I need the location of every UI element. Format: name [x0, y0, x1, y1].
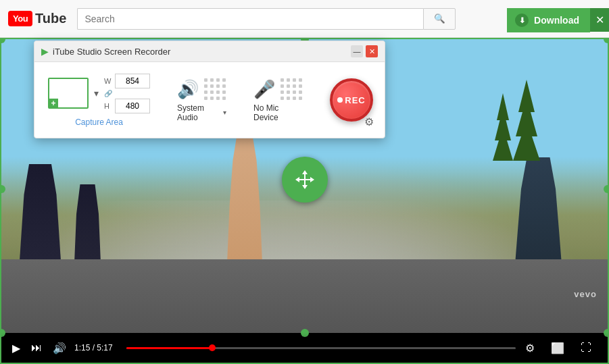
progress-dot [209, 344, 216, 351]
topbar: You Tube 🔍 ⬇ Download ✕ [0, 0, 609, 38]
mic-dot [281, 90, 284, 94]
mic-dot [287, 78, 290, 82]
capture-dropdown[interactable]: ▾ [94, 88, 99, 99]
right-controls: ⚙ ⬜ ⛶ [522, 339, 600, 357]
audio-dot [210, 84, 214, 88]
system-audio-label: System Audio [177, 103, 220, 122]
recorder-title: ▶ iTube Studio Screen Recorder [41, 46, 170, 57]
mic-label: No Mic Device [253, 103, 303, 122]
download-button-container: ⬇ Download ✕ [507, 8, 609, 32]
vevo-watermark: vevo [574, 289, 597, 299]
recorder-titlebar: ▶ iTube Studio Screen Recorder — ✕ [34, 41, 385, 62]
mic-dot [281, 84, 284, 88]
audio-dot [216, 97, 220, 100]
play-button[interactable]: ▶ [9, 339, 23, 357]
mic-dot [299, 78, 302, 82]
audio-dot [210, 90, 214, 94]
settings-gear-icon[interactable]: ⚙ [364, 116, 374, 128]
mic-dot [287, 97, 290, 100]
video-time: 1:15 / 5:17 [74, 343, 113, 353]
theater-icon: ⬜ [551, 342, 564, 354]
progress-fill [126, 347, 212, 349]
capture-area-label[interactable]: Capture Area [75, 118, 123, 127]
volume-icon: 🔊 [53, 342, 66, 354]
audio-dot [210, 78, 214, 82]
close-button[interactable]: ✕ [366, 45, 378, 57]
audio-level-dots [204, 78, 226, 101]
next-button[interactable]: ⏭ [28, 339, 45, 357]
mic-dot [293, 84, 296, 88]
rec-dot [337, 97, 343, 103]
width-input[interactable] [115, 74, 150, 88]
height-row: H [104, 99, 150, 113]
yt-logo-icon: You [8, 11, 32, 26]
progress-bar[interactable] [126, 347, 516, 349]
close-dialog-icon: ✕ [369, 47, 375, 56]
settings-video-button[interactable]: ⚙ [522, 339, 537, 357]
system-audio-label-row[interactable]: System Audio ▾ [177, 103, 226, 122]
download-close-button[interactable]: ✕ [590, 8, 609, 32]
audio-dot [204, 84, 208, 88]
mic-section: 🎤 [253, 78, 303, 122]
video-controls: ▶ ⏭ 🔊 1:15 / 5:17 ⚙ ⬜ ⛶ [1, 333, 608, 363]
audio-dot [216, 78, 220, 82]
window-controls: — ✕ [351, 45, 378, 57]
audio-dot [222, 90, 226, 94]
chevron-down-icon: ▾ [94, 88, 99, 99]
mic-dot [299, 84, 302, 88]
move-handle[interactable] [282, 157, 328, 203]
capture-plus-icon: + [49, 99, 58, 108]
minimize-icon: — [354, 47, 361, 55]
mic-dot [287, 90, 290, 94]
system-audio-chevron: ▾ [223, 109, 226, 116]
search-button[interactable]: 🔍 [423, 8, 456, 30]
audio-dot [222, 78, 226, 82]
search-bar: 🔍 [77, 8, 456, 30]
play-icon: ▶ [12, 342, 20, 354]
search-input[interactable] [77, 8, 423, 30]
mic-dot [293, 97, 296, 100]
settings-video-icon: ⚙ [525, 342, 535, 354]
mic-dot [287, 84, 290, 88]
next-icon: ⏭ [31, 342, 42, 353]
minimize-button[interactable]: — [351, 45, 363, 57]
fullscreen-button[interactable]: ⛶ [578, 339, 594, 357]
height-input[interactable] [115, 99, 150, 113]
volume-button[interactable]: 🔊 [50, 339, 69, 357]
download-label: Download [534, 15, 579, 26]
theater-button[interactable]: ⬜ [548, 339, 567, 357]
mic-label-row[interactable]: No Mic Device [253, 103, 303, 122]
search-icon: 🔍 [434, 14, 445, 24]
capture-area-section: + ▾ W 🔗 H [48, 74, 150, 127]
audio-dot [204, 78, 208, 82]
rec-text: REC [345, 95, 365, 105]
capture-controls: + ▾ W 🔗 H [48, 74, 150, 113]
move-arrows-icon [293, 167, 317, 192]
recorder-dialog: ▶ iTube Studio Screen Recorder — ✕ + ▾ [34, 41, 385, 138]
mic-dot [293, 78, 296, 82]
dimension-inputs: W 🔗 H [104, 74, 150, 113]
system-audio-icon-row: 🔊 [177, 78, 226, 101]
youtube-logo[interactable]: You Tube [8, 11, 66, 26]
corner-handle-mr[interactable] [604, 185, 609, 193]
recorder-body: + ▾ W 🔗 H [34, 62, 385, 138]
mic-dot [281, 78, 284, 82]
mic-level-dots [281, 78, 303, 101]
system-audio-section: 🔊 [177, 78, 226, 122]
audio-dot [222, 97, 226, 100]
mic-icon-row: 🎤 [253, 78, 303, 101]
yt-logo-text: Tube [35, 11, 66, 26]
mic-icon: 🎤 [253, 79, 275, 100]
download-button[interactable]: ⬇ Download [507, 8, 590, 32]
audio-dot [204, 90, 208, 94]
height-label: H [104, 102, 112, 110]
mic-dot [299, 97, 302, 100]
link-icon: 🔗 [104, 90, 112, 97]
capture-area-box[interactable]: + [48, 78, 89, 109]
width-row: W [104, 74, 150, 88]
mic-dot [299, 90, 302, 94]
width-label: W [104, 77, 112, 85]
audio-dot [216, 90, 220, 94]
settings-section: ⚙ [364, 115, 374, 128]
recorder-title-icon: ▶ [41, 46, 49, 57]
